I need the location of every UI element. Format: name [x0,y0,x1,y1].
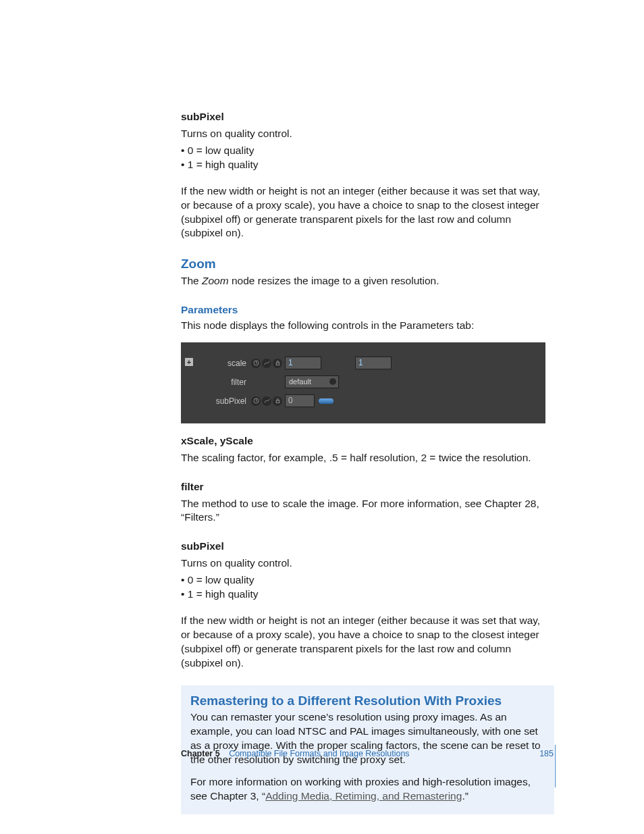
param-label-subpixel: subPixel [192,396,246,407]
subpixel-desc-top: Turns on quality control. [181,127,552,141]
parameters-heading: Parameters [181,303,552,317]
remastering-p2-post: .” [462,790,468,802]
remastering-p2: For more information on working with pro… [190,775,545,804]
lock-icon[interactable] [273,359,282,368]
remastering-heading: Remastering to a Different Resolution Wi… [190,692,545,710]
list-item: 1 = high quality [181,588,552,602]
zoom-intro-em: Zoom [202,275,229,286]
clock-icon[interactable] [251,396,261,406]
subpixel-label-top: subPixel [181,111,224,122]
zoom-heading: Zoom [181,255,552,273]
lock-icon[interactable] [273,396,282,406]
zoom-intro-post: node resizes the image to a given resolu… [229,275,439,286]
page-number: 185 [539,748,554,760]
param-label-filter: filter [192,377,246,388]
list-item: 0 = low quality [181,573,552,588]
filter-desc: The method to use to scale the image. Fo… [181,497,552,525]
subpixel-slider[interactable] [319,398,333,404]
scale-y-field[interactable]: 1 [355,357,392,369]
subpixel-desc: Turns on quality control. [181,556,552,571]
list-item: 0 = low quality [181,144,552,158]
filter-label: filter [181,481,204,492]
zoom-intro-pre: The [181,275,202,286]
chapter-title: Compatible File Formats and Image Resolu… [229,749,409,758]
param-label-scale: scale [192,358,246,369]
curve-icon[interactable] [262,396,271,406]
remastering-link[interactable]: Adding Media, Retiming, and Remastering [265,790,462,802]
svg-rect-1 [276,363,279,365]
scale-x-field[interactable]: 1 [285,357,321,369]
subpixel-explain-top: If the new width or height is not an int… [181,184,552,241]
page-right-rule [555,745,556,787]
zoom-intro: The Zoom node resizes the image to a giv… [181,274,552,288]
subpixel-field[interactable]: 0 [285,394,315,407]
page-footer: Chapter 5 Compatible File Formats and Im… [181,748,554,760]
xyscale-label: xScale, yScale [181,435,253,446]
xyscale-desc: The scaling factor, for example, .5 = ha… [181,451,552,465]
parameters-desc: This node displays the following control… [181,319,552,333]
filter-dropdown[interactable]: default [285,375,339,388]
parameters-panel: + scale 1 1 filter default subPixel [181,342,545,423]
list-item: 1 = high quality [181,158,552,172]
svg-rect-3 [276,400,279,403]
subpixel-explain: If the new width or height is not an int… [181,614,552,671]
chapter-label: Chapter 5 [181,749,220,758]
curve-icon[interactable] [262,359,271,368]
clock-icon[interactable] [251,359,261,368]
subpixel-label: subPixel [181,540,224,552]
